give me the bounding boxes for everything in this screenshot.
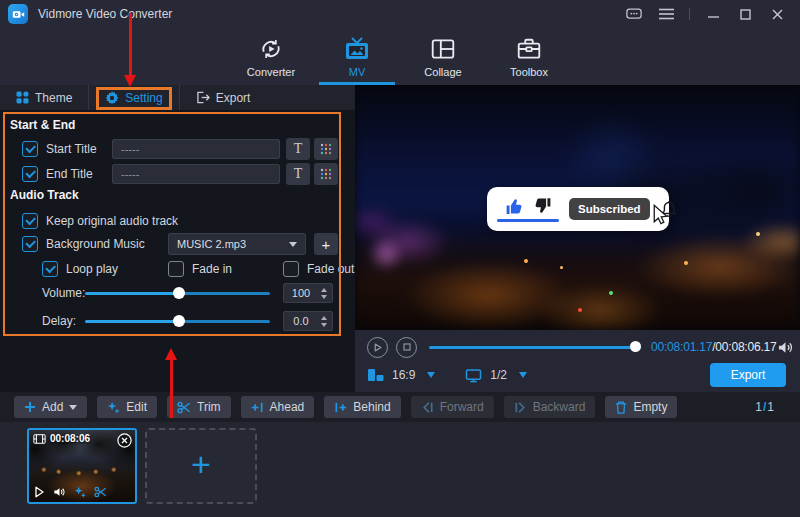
spin-down-icon[interactable] bbox=[321, 323, 327, 327]
volume-slider[interactable] bbox=[85, 283, 270, 303]
background-music-label: Background Music bbox=[46, 237, 145, 251]
edit-button[interactable]: Edit bbox=[97, 396, 157, 418]
clip-effect-icon[interactable] bbox=[74, 486, 86, 498]
clip-play-icon[interactable] bbox=[34, 486, 45, 498]
keep-original-row: Keep original audio track bbox=[22, 211, 178, 231]
color-grid-icon bbox=[320, 168, 332, 180]
progress-slider[interactable] bbox=[429, 340, 641, 354]
add-clip-slot[interactable]: + bbox=[145, 428, 257, 504]
export-button[interactable]: Export bbox=[710, 363, 786, 387]
thumbs-up-icon bbox=[505, 197, 524, 215]
tab-collage-label: Collage bbox=[424, 66, 461, 78]
tab-collage[interactable]: Collage bbox=[415, 28, 471, 85]
trim-button[interactable]: Trim bbox=[167, 396, 231, 418]
volume-label: Volume: bbox=[42, 283, 85, 303]
spin-up-icon[interactable] bbox=[321, 288, 327, 292]
end-title-checkbox[interactable] bbox=[22, 166, 38, 182]
add-button[interactable]: Add bbox=[14, 396, 87, 418]
menu-icon[interactable] bbox=[657, 6, 675, 22]
theme-icon bbox=[16, 91, 29, 104]
tab-export[interactable]: Export bbox=[179, 85, 267, 110]
clip-audio-icon[interactable] bbox=[53, 486, 66, 498]
fade-out-checkbox[interactable] bbox=[283, 261, 299, 277]
volume-spinbox[interactable]: 100 bbox=[283, 283, 333, 303]
behind-label: Behind bbox=[353, 400, 390, 414]
video-preview[interactable]: Subscribed bbox=[355, 85, 800, 330]
tab-theme[interactable]: Theme bbox=[0, 85, 88, 110]
tab-mv[interactable]: MV bbox=[329, 28, 385, 85]
clip-toolbar: Add Edit Trim Ahead Behind Forward Backw… bbox=[0, 392, 800, 422]
tab-theme-label: Theme bbox=[35, 91, 72, 105]
tab-mv-label: MV bbox=[349, 66, 366, 78]
time-total: /00:08:06.17 bbox=[712, 340, 776, 354]
minimize-button[interactable] bbox=[704, 6, 722, 22]
music-select[interactable]: MUSIC 2.mp3 bbox=[168, 233, 306, 255]
text-style-icon: T bbox=[294, 141, 303, 157]
spin-up-icon[interactable] bbox=[321, 316, 327, 320]
forward-label: Forward bbox=[440, 400, 484, 414]
end-title-font-button[interactable]: T bbox=[286, 163, 310, 185]
end-title-input[interactable] bbox=[112, 164, 280, 184]
loop-play-option: Loop play bbox=[42, 260, 118, 278]
time-current: 00:08:01.17 bbox=[651, 340, 712, 354]
keep-original-checkbox[interactable] bbox=[22, 213, 38, 229]
loop-play-checkbox[interactable] bbox=[42, 261, 58, 277]
delay-slider-knob[interactable] bbox=[173, 315, 185, 327]
stop-button[interactable] bbox=[396, 337, 417, 358]
feedback-icon[interactable] bbox=[625, 6, 643, 22]
ahead-label: Ahead bbox=[270, 400, 305, 414]
traffic-light-red bbox=[578, 308, 582, 312]
player-controls: 00:08:01.17/00:08:06.17 16:9 1/2 Export bbox=[355, 330, 800, 392]
delay-spinbox[interactable]: 0.0 bbox=[283, 311, 333, 331]
aspect-ratio-dropdown[interactable] bbox=[427, 372, 435, 378]
audio-track-header: Audio Track bbox=[10, 188, 79, 202]
insert-behind-icon bbox=[334, 401, 347, 414]
fade-in-checkbox[interactable] bbox=[168, 261, 184, 277]
end-title-row: End Title bbox=[22, 163, 93, 185]
tab-setting[interactable]: Setting bbox=[88, 85, 178, 110]
remove-clip-button[interactable] bbox=[117, 433, 132, 448]
trim-label: Trim bbox=[197, 400, 221, 414]
volume-slider-knob[interactable] bbox=[173, 287, 185, 299]
fade-out-option: Fade out bbox=[283, 260, 354, 278]
ahead-button[interactable]: Ahead bbox=[241, 396, 315, 418]
page-indicator: 1/2 bbox=[490, 368, 507, 382]
page-dropdown[interactable] bbox=[519, 372, 527, 378]
like-dislike-group bbox=[497, 197, 559, 222]
progress-knob[interactable] bbox=[630, 341, 641, 352]
close-button[interactable] bbox=[768, 6, 786, 22]
tab-toolbox[interactable]: Toolbox bbox=[501, 28, 557, 85]
clip-thumbnail[interactable]: 00:08:06 bbox=[27, 428, 137, 504]
spin-down-icon[interactable] bbox=[321, 295, 327, 299]
start-title-color-button[interactable] bbox=[314, 138, 338, 160]
forward-button[interactable]: Forward bbox=[411, 396, 494, 418]
cursor-icon bbox=[650, 204, 669, 225]
setting-panel: Start & End Start Title T End Title T Au… bbox=[0, 110, 355, 392]
aspect-ratio-value: 16:9 bbox=[392, 368, 415, 382]
empty-button[interactable]: Empty bbox=[605, 396, 677, 418]
tab-converter[interactable]: Converter bbox=[243, 28, 299, 85]
start-title-label: Start Title bbox=[46, 142, 97, 156]
plus-icon: + bbox=[191, 447, 211, 481]
backward-button[interactable]: Backward bbox=[504, 396, 596, 418]
fade-in-option: Fade in bbox=[168, 260, 232, 278]
delay-slider[interactable] bbox=[85, 311, 270, 331]
export-tab-icon bbox=[196, 91, 210, 104]
background-music-checkbox[interactable] bbox=[22, 236, 38, 252]
clip-trim-icon[interactable] bbox=[94, 486, 107, 498]
start-title-checkbox[interactable] bbox=[22, 141, 38, 157]
collage-icon bbox=[430, 36, 456, 62]
play-button[interactable] bbox=[367, 337, 388, 358]
behind-button[interactable]: Behind bbox=[324, 396, 400, 418]
add-music-button[interactable]: + bbox=[314, 233, 338, 255]
empty-label: Empty bbox=[633, 400, 667, 414]
end-title-color-button[interactable] bbox=[314, 163, 338, 185]
app-title: Vidmore Video Converter bbox=[38, 7, 172, 21]
volume-icon[interactable] bbox=[777, 340, 794, 355]
title-bar: Vidmore Video Converter bbox=[0, 0, 800, 28]
plus-icon bbox=[24, 401, 36, 413]
start-title-font-button[interactable]: T bbox=[286, 138, 310, 160]
loop-play-label: Loop play bbox=[66, 262, 118, 276]
maximize-button[interactable] bbox=[736, 6, 754, 22]
start-title-input[interactable] bbox=[112, 139, 280, 159]
